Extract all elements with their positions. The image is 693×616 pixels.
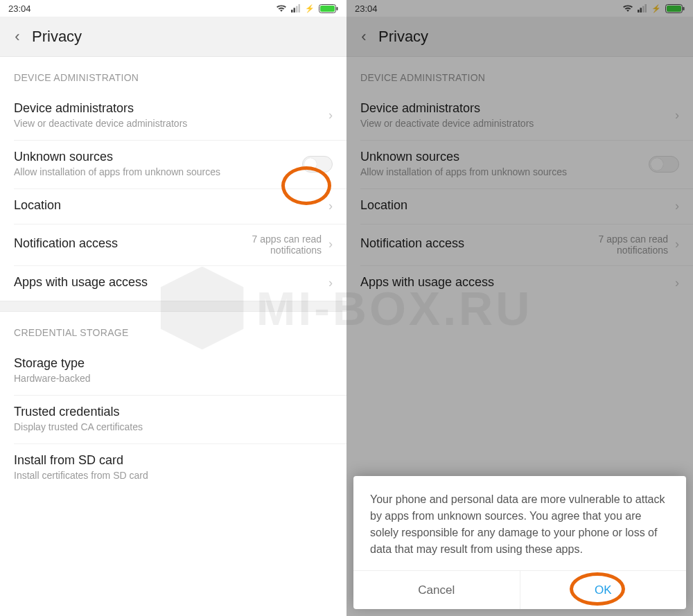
section-device-admin: DEVICE ADMINISTRATION [346,57,693,91]
row-title: Install from SD card [14,453,333,468]
section-device-admin: DEVICE ADMINISTRATION [0,57,346,91]
page-title: Privacy [32,28,82,46]
row-trusted-credentials[interactable]: Trusted credentials Display trusted CA c… [0,395,346,443]
status-bar: 23:04 ⚡ [0,0,346,17]
status-bar: 23:04 ⚡ [346,0,693,17]
wifi-icon [276,4,287,12]
section-divider [0,301,346,312]
row-notification-access[interactable]: Notification access 7 apps can read noti… [0,224,346,265]
row-value: 7 apps can read notifications [211,234,322,256]
row-location[interactable]: Location › [346,188,693,224]
back-icon[interactable]: ‹ [356,28,371,46]
unknown-sources-toggle[interactable] [649,156,679,173]
svg-rect-13 [683,7,685,10]
charging-icon: ⚡ [651,4,661,13]
row-usage-access[interactable]: Apps with usage access › [346,265,693,301]
cancel-button[interactable]: Cancel [353,571,520,609]
row-title: Device administrators [14,101,320,116]
settings-list: DEVICE ADMINISTRATION Device administrat… [346,57,693,301]
row-subtitle: Allow installation of apps from unknown … [360,166,640,179]
row-title: Apps with usage access [360,275,667,290]
row-title: Notification access [360,236,549,251]
battery-icon [665,4,685,13]
svg-rect-8 [640,8,642,12]
row-value: 7 apps can read notifications [557,234,668,256]
chevron-right-icon: › [675,108,679,123]
row-device-administrators[interactable]: Device administrators View or deactivate… [0,91,346,140]
right-screenshot: 23:04 ⚡ ‹ Privacy DEVICE ADMINISTRATION … [346,0,693,616]
row-notification-access[interactable]: Notification access 7 apps can read noti… [346,224,693,265]
row-install-from-sd[interactable]: Install from SD card Install certificate… [0,443,346,492]
settings-list: DEVICE ADMINISTRATION Device administrat… [0,57,346,491]
row-unknown-sources[interactable]: Unknown sources Allow installation of ap… [346,140,693,188]
status-icons: ⚡ [276,4,338,13]
row-location[interactable]: Location › [0,188,346,224]
row-title: Notification access [14,236,202,251]
section-credential-storage: CREDENTIAL STORAGE [0,312,346,346]
svg-rect-10 [645,4,647,12]
row-subtitle: Install certificates from SD card [14,469,333,482]
svg-rect-7 [638,10,640,12]
svg-rect-2 [296,6,298,12]
row-subtitle: View or deactivate device administrators [14,117,320,130]
signal-icon [638,4,647,12]
row-title: Trusted credentials [14,405,333,419]
svg-rect-1 [294,8,296,12]
row-title: Location [14,198,320,213]
row-title: Apps with usage access [14,275,320,290]
row-device-administrators[interactable]: Device administrators View or deactivate… [346,91,693,140]
wifi-icon [622,4,633,12]
header: ‹ Privacy [346,17,693,57]
row-title: Storage type [14,356,333,371]
svg-rect-9 [642,6,644,12]
row-title: Unknown sources [14,150,294,164]
svg-rect-3 [299,4,301,12]
chevron-right-icon: › [328,237,333,252]
confirm-dialog: Your phone and personal data are more vu… [353,476,686,609]
chevron-right-icon: › [328,108,333,123]
svg-rect-0 [291,10,293,12]
status-time: 23:04 [355,3,378,14]
chevron-right-icon: › [675,276,679,290]
row-subtitle: Hardware-backed [14,372,333,385]
unknown-sources-toggle[interactable] [302,156,333,173]
chevron-right-icon: › [328,199,333,213]
battery-icon [319,4,338,13]
chevron-right-icon: › [328,276,333,290]
row-title: Device administrators [360,101,667,116]
header: ‹ Privacy [0,17,346,57]
row-title: Unknown sources [360,150,640,164]
svg-rect-5 [320,6,335,12]
signal-icon [291,4,301,12]
ok-button[interactable]: OK [520,571,687,609]
left-screenshot: 23:04 ⚡ ‹ Privacy DEVICE ADMINISTRATION … [0,0,346,616]
row-unknown-sources[interactable]: Unknown sources Allow installation of ap… [0,140,346,188]
row-usage-access[interactable]: Apps with usage access › [0,265,346,301]
charging-icon: ⚡ [305,4,315,13]
chevron-right-icon: › [675,199,679,213]
row-subtitle: Display trusted CA certificates [14,421,333,434]
row-subtitle: View or deactivate device administrators [360,117,667,130]
chevron-right-icon: › [675,237,679,252]
row-storage-type[interactable]: Storage type Hardware-backed [0,346,346,395]
back-icon[interactable]: ‹ [10,28,25,46]
svg-rect-6 [337,7,338,10]
svg-rect-12 [667,6,681,12]
row-title: Location [360,198,667,213]
page-title: Privacy [378,28,428,46]
dialog-message: Your phone and personal data are more vu… [353,476,686,570]
row-subtitle: Allow installation of apps from unknown … [14,166,294,179]
status-time: 23:04 [8,3,31,14]
status-icons: ⚡ [622,4,685,13]
